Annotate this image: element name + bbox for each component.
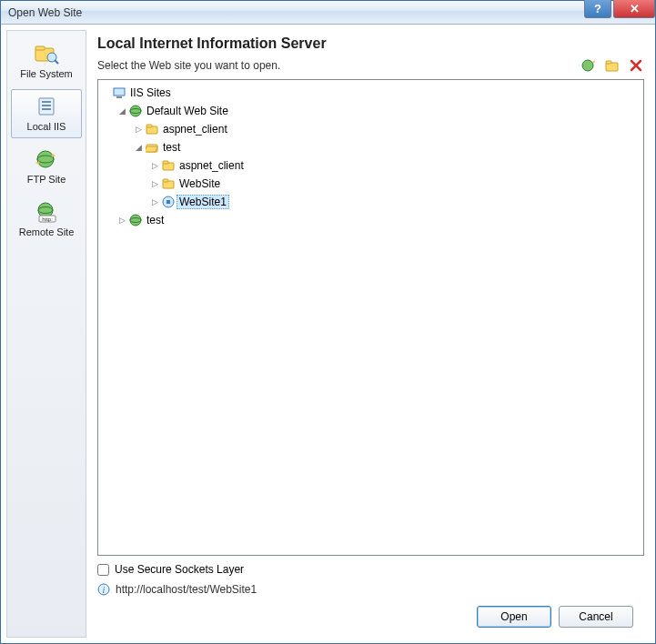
expander-expanded-icon[interactable]: ◢ [116, 106, 127, 116]
tree-label: WebSite [177, 176, 223, 191]
svg-rect-5 [42, 101, 51, 103]
dialog-footer: Open Cancel [97, 596, 644, 638]
open-website-dialog: Open Web Site ? ✕ File System Local IIS [0, 0, 656, 644]
new-app-button[interactable] [580, 57, 597, 74]
svg-rect-17 [114, 88, 125, 96]
expander-collapsed-icon[interactable]: ▷ [149, 161, 160, 170]
expander-collapsed-icon[interactable]: ▷ [149, 179, 160, 188]
folder-icon [160, 160, 177, 171]
svg-line-3 [55, 60, 58, 64]
svg-rect-1 [35, 46, 45, 50]
window-controls: ? ✕ [582, 0, 655, 18]
help-button[interactable]: ? [584, 0, 611, 18]
new-vdir-button[interactable] [604, 57, 621, 74]
tree-label: test [144, 213, 167, 227]
globe-arrows-icon [32, 146, 61, 172]
sidebar-item-label: Local IIS [27, 121, 66, 132]
tree-node[interactable]: ▷ WebSite [100, 175, 641, 193]
sidebar-item-local-iis[interactable]: Local IIS [11, 89, 82, 138]
sidebar-item-remote-site[interactable]: http: Remote Site [11, 195, 82, 244]
tree-node[interactable]: ◢ test [100, 138, 641, 156]
svg-rect-16 [606, 61, 611, 64]
svg-point-19 [130, 106, 141, 116]
sidebar-item-label: Remote Site [19, 226, 75, 237]
svg-rect-29 [167, 200, 170, 204]
svg-text:i: i [103, 585, 106, 595]
svg-rect-25 [163, 161, 168, 164]
svg-rect-6 [42, 105, 51, 106]
folder-magnifier-icon [32, 41, 61, 66]
tree-node[interactable]: ◢ Default Web Site [100, 102, 641, 120]
expander-collapsed-icon[interactable]: ▷ [133, 125, 144, 134]
sidebar-item-ftp-site[interactable]: FTP Site [11, 142, 82, 191]
tree-node-selected[interactable]: ▷ WebSite1 [100, 193, 641, 211]
expander-collapsed-icon[interactable]: ▷ [116, 216, 127, 225]
source-sidebar: File System Local IIS FTP Site http: Rem… [6, 30, 86, 638]
svg-rect-27 [163, 179, 168, 182]
folder-open-icon [144, 142, 160, 153]
tree-label: Default Web Site [144, 104, 231, 118]
svg-text:http:: http: [42, 216, 53, 222]
svg-point-30 [130, 215, 141, 226]
app-icon [160, 196, 177, 208]
svg-point-8 [37, 151, 54, 167]
tree-label: aspnet_client [177, 158, 247, 173]
selected-url: http://localhost/test/WebSite1 [116, 583, 257, 596]
delete-button[interactable] [628, 57, 644, 74]
tree-node[interactable]: ▷ test [100, 211, 641, 229]
svg-point-14 [582, 60, 593, 71]
tree-label: IIS Sites [127, 86, 174, 100]
dialog-body: File System Local IIS FTP Site http: Rem… [1, 25, 655, 643]
tree-node[interactable]: ▷ aspnet_client [100, 156, 641, 175]
globe-icon [127, 214, 144, 226]
folder-icon [144, 124, 160, 135]
svg-rect-7 [42, 108, 51, 110]
svg-rect-18 [116, 96, 122, 98]
svg-rect-22 [146, 125, 152, 127]
tree-label: test [160, 140, 183, 155]
ssl-checkbox[interactable] [97, 564, 109, 576]
info-icon: i [97, 583, 110, 596]
titlebar[interactable]: Open Web Site ? ✕ [1, 1, 655, 25]
main-panel: Local Internet Information Server Select… [92, 30, 650, 638]
server-icon [32, 94, 61, 119]
tree-toolbar [580, 57, 644, 74]
open-button[interactable]: Open [477, 606, 551, 628]
computer-icon [111, 86, 127, 99]
tree-node-root[interactable]: IIS Sites [100, 84, 641, 102]
panel-heading: Local Internet Information Server [97, 35, 644, 52]
below-tree-area: Use Secure Sockets Layer i http://localh… [97, 563, 644, 596]
globe-icon [127, 105, 144, 117]
tree-node[interactable]: ▷ aspnet_client [100, 120, 641, 138]
cancel-button[interactable]: Cancel [559, 606, 633, 628]
tree-label: WebSite1 [177, 195, 229, 209]
ssl-label: Use Secure Sockets Layer [115, 563, 244, 576]
folder-icon [160, 178, 177, 189]
sites-tree[interactable]: IIS Sites ◢ Default Web Site ▷ aspnet_cl… [97, 79, 644, 556]
window-title: Open Web Site [1, 6, 82, 19]
close-button[interactable]: ✕ [613, 0, 655, 18]
sidebar-item-label: File System [20, 68, 72, 79]
sidebar-item-label: FTP Site [27, 174, 66, 185]
globe-http-icon: http: [32, 199, 61, 225]
tree-label: aspnet_client [160, 122, 230, 136]
expander-expanded-icon[interactable]: ◢ [133, 143, 144, 152]
expander-collapsed-icon[interactable]: ▷ [149, 197, 160, 206]
panel-subtitle: Select the Web site you want to open. [97, 59, 280, 72]
sidebar-item-file-system[interactable]: File System [11, 36, 82, 86]
